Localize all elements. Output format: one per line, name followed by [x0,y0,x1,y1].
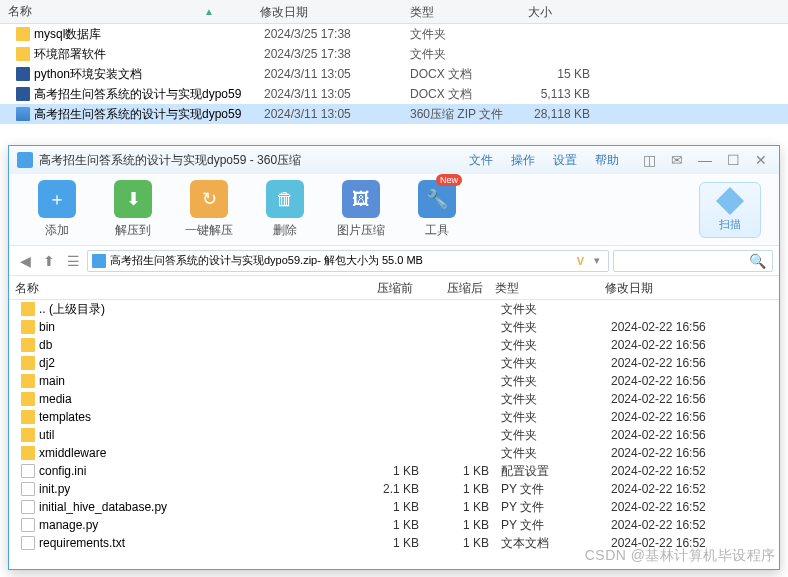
titlebar[interactable]: 高考招生问答系统的设计与实现dypo59 - 360压缩 文件 操作 设置 帮助… [9,146,779,174]
onekey-button[interactable]: ↻一键解压 [179,180,239,239]
list-row[interactable]: manage.py1 KB1 KBPY 文件2024-02-22 16:52 [9,516,779,534]
list-row[interactable]: .. (上级目录)文件夹 [9,300,779,318]
menu-file[interactable]: 文件 [469,152,493,169]
item-name: templates [39,410,91,424]
file-date: 2024/3/25 17:38 [252,47,402,61]
close-icon[interactable]: ✕ [751,152,771,168]
item-type: PY 文件 [489,499,599,516]
list-row[interactable]: initial_hive_database.py1 KB1 KBPY 文件202… [9,498,779,516]
file-date: 2024/3/11 13:05 [252,67,402,81]
item-before: 1 KB [339,464,419,478]
list-row[interactable]: bin文件夹2024-02-22 16:56 [9,318,779,336]
item-date: 2024-02-22 16:56 [599,428,739,442]
item-type: 文件夹 [489,391,599,408]
scan-button[interactable]: 扫描 [699,182,761,238]
item-type: 文件夹 [489,337,599,354]
back-icon[interactable]: ◀ [15,251,35,271]
item-date: 2024-02-22 16:56 [599,338,739,352]
explorer-row[interactable]: 环境部署软件2024/3/25 17:38文件夹 [0,44,788,64]
list-row[interactable]: init.py2.1 KB1 KBPY 文件2024-02-22 16:52 [9,480,779,498]
file-size: 5,113 KB [520,87,600,101]
lh-before[interactable]: 压缩前 [339,276,419,299]
item-type: 文件夹 [489,355,599,372]
zip-icon [16,107,30,121]
list-row[interactable]: templates文件夹2024-02-22 16:56 [9,408,779,426]
col-name[interactable]: 名称▲ [0,0,252,23]
lh-name[interactable]: 名称 [9,276,339,299]
address-bar[interactable]: 高考招生问答系统的设计与实现dypo59.zip - 解包大小为 55.0 MB… [87,250,609,272]
menu-set[interactable]: 设置 [553,152,577,169]
extract-button[interactable]: ⬇解压到 [103,180,163,239]
file-size: 28,118 KB [520,107,600,121]
tools-button[interactable]: New🔧工具 [407,180,467,239]
item-after: 1 KB [419,500,489,514]
col-size[interactable]: 大小 [520,0,600,23]
list-row[interactable]: main文件夹2024-02-22 16:56 [9,372,779,390]
explorer-rows: mysql数据库2024/3/25 17:38文件夹环境部署软件2024/3/2… [0,24,788,124]
file-type: DOCX 文档 [402,86,520,103]
lh-date[interactable]: 修改日期 [599,276,739,299]
file-type: 文件夹 [402,46,520,63]
list-row[interactable]: config.ini1 KB1 KB配置设置2024-02-22 16:52 [9,462,779,480]
folder-icon [21,320,35,334]
list-row[interactable]: db文件夹2024-02-22 16:56 [9,336,779,354]
item-date: 2024-02-22 16:52 [599,464,739,478]
item-date: 2024-02-22 16:56 [599,446,739,460]
list-row[interactable]: requirements.txt1 KB1 KB文本文档2024-02-22 1… [9,534,779,552]
item-date: 2024-02-22 16:52 [599,518,739,532]
item-type: 文本文档 [489,535,599,552]
skin-icon[interactable]: ◫ [639,152,659,168]
menu-op[interactable]: 操作 [511,152,535,169]
item-date: 2024-02-22 16:56 [599,410,739,424]
search-input[interactable]: 🔍 [613,250,773,272]
list-row[interactable]: xmiddleware文件夹2024-02-22 16:56 [9,444,779,462]
minimize-icon[interactable]: — [695,152,715,168]
list-row[interactable]: media文件夹2024-02-22 16:56 [9,390,779,408]
list-icon[interactable]: ☰ [63,251,83,271]
scan-icon [716,187,744,215]
file-date: 2024/3/25 17:38 [252,27,402,41]
col-date[interactable]: 修改日期 [252,0,402,23]
file-size: 15 KB [520,67,600,81]
docx-icon [16,87,30,101]
item-after: 1 KB [419,482,489,496]
file-type: 文件夹 [402,26,520,43]
chevron-down-icon[interactable]: ▾ [590,254,604,267]
item-type: 配置设置 [489,463,599,480]
file-date: 2024/3/11 13:05 [252,87,402,101]
explorer-row[interactable]: 高考招生问答系统的设计与实现dypo592024/3/11 13:05360压缩… [0,104,788,124]
add-button[interactable]: ＋添加 [27,180,87,239]
delete-button[interactable]: 🗑删除 [255,180,315,239]
toolbar: ＋添加 ⬇解压到 ↻一键解压 🗑删除 🖼图片压缩 New🔧工具 扫描 [9,174,779,246]
file-icon [21,536,35,550]
file-icon [21,482,35,496]
list-row[interactable]: dj2文件夹2024-02-22 16:56 [9,354,779,372]
item-after: 1 KB [419,536,489,550]
item-type: PY 文件 [489,517,599,534]
col-type[interactable]: 类型 [402,0,520,23]
menu-help[interactable]: 帮助 [595,152,619,169]
sort-asc-icon: ▲ [204,6,214,17]
lh-type[interactable]: 类型 [489,276,599,299]
feedback-icon[interactable]: ✉ [667,152,687,168]
item-date: 2024-02-22 16:56 [599,392,739,406]
item-date: 2024-02-22 16:56 [599,356,739,370]
item-name: config.ini [39,464,86,478]
explorer-row[interactable]: mysql数据库2024/3/25 17:38文件夹 [0,24,788,44]
list-row[interactable]: util文件夹2024-02-22 16:56 [9,426,779,444]
v-indicator: V [571,255,590,267]
maximize-icon[interactable]: ☐ [723,152,743,168]
folder-icon [16,27,30,41]
file-type: DOCX 文档 [402,66,520,83]
imgzip-button[interactable]: 🖼图片压缩 [331,180,391,239]
up-icon[interactable]: ⬆ [39,251,59,271]
explorer-row[interactable]: python环境安装文档2024/3/11 13:05DOCX 文档15 KB [0,64,788,84]
item-date: 2024-02-22 16:52 [599,536,739,550]
folder-icon [21,410,35,424]
zip-icon [92,254,106,268]
explorer-row[interactable]: 高考招生问答系统的设计与实现dypo592024/3/11 13:05DOCX … [0,84,788,104]
lh-after[interactable]: 压缩后 [419,276,489,299]
addr-info: - 解包大小为 55.0 MB [317,253,423,268]
item-after: 1 KB [419,518,489,532]
item-after: 1 KB [419,464,489,478]
